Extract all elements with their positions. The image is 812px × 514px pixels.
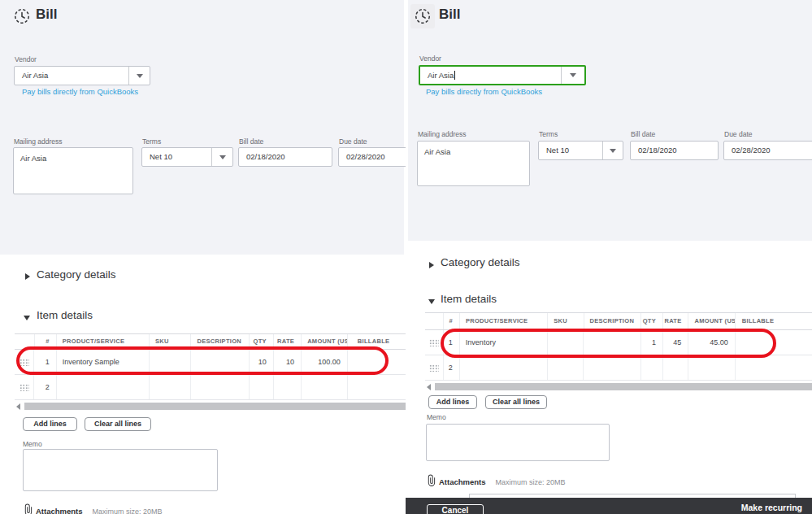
form-header-background [0, 0, 404, 255]
horizontal-scrollbar[interactable] [425, 382, 812, 391]
drag-handle[interactable] [15, 375, 34, 399]
attachments-hint: Maximum size: 20MB [496, 478, 566, 486]
col-header-sku: SKU [548, 313, 584, 329]
add-lines-button[interactable]: Add lines [428, 395, 477, 409]
memo-label: Memo [427, 413, 446, 421]
table-row[interactable]: 2 [425, 355, 812, 381]
mailing-address-textarea[interactable]: Air Asia [417, 141, 530, 186]
bill-clock-icon [13, 7, 31, 28]
terms-select[interactable]: Net 10 [538, 141, 623, 160]
cell-billable[interactable] [348, 375, 406, 399]
memo-label: Memo [23, 440, 42, 448]
highlight-oval [16, 346, 389, 375]
scrollbar-left-arrow-icon[interactable] [427, 384, 431, 390]
category-details-toggle[interactable]: Category details [441, 256, 520, 268]
col-header-description: DESCRIPTION [584, 313, 641, 329]
cell-amount[interactable] [302, 375, 348, 399]
table-row[interactable]: 2 [15, 375, 406, 400]
cell-sku[interactable] [150, 375, 192, 399]
due-date-value: 02/28/2020 [724, 142, 812, 159]
table-header-row: # PRODUCT/SERVICE SKU DESCRIPTION QTY RA… [425, 312, 812, 330]
mailing-address-value: Air Asia [14, 148, 132, 163]
vendor-input[interactable]: Air Asia [419, 65, 586, 85]
horizontal-scrollbar[interactable] [15, 402, 406, 411]
col-header-billable: BILLABLE [736, 313, 812, 329]
item-details-expanded-icon [428, 299, 435, 304]
bill-screenshot-left: Bill Vendor Air Asia Pay bills directly … [0, 0, 406, 514]
attachments-row[interactable]: Attachments Maximum size: 20MB [427, 474, 566, 490]
chevron-down-icon [219, 155, 226, 159]
cell-qty[interactable] [641, 355, 663, 380]
bill-date-value: 02/18/2020 [239, 148, 332, 165]
cell-description[interactable] [191, 375, 250, 399]
cell-number: 2 [34, 375, 56, 399]
attachments-hint: Maximum size: 20MB [93, 507, 163, 514]
category-details-toggle[interactable]: Category details [37, 268, 116, 281]
category-details-collapsed-icon [25, 273, 30, 280]
scrollbar-track[interactable] [435, 383, 812, 390]
item-details-toggle[interactable]: Item details [37, 309, 93, 321]
memo-textarea[interactable] [23, 449, 218, 491]
bill-date-input[interactable]: 02/18/2020 [630, 141, 719, 160]
vendor-dropdown-button[interactable] [561, 67, 584, 84]
category-details-collapsed-icon [429, 262, 434, 268]
paperclip-icon [427, 474, 436, 490]
highlight-oval [441, 329, 776, 358]
bill-screenshot-right: Bill Vendor Air Asia Pay bills directly … [406, 0, 812, 514]
vendor-value: Air Asia [428, 71, 454, 80]
col-header-qty: QTY [641, 313, 663, 329]
item-details-toggle[interactable]: Item details [441, 293, 497, 305]
cancel-button[interactable]: Cancel [427, 504, 484, 514]
cell-qty[interactable] [250, 375, 274, 399]
vendor-label: Vendor [419, 54, 441, 63]
due-date-label: Due date [724, 130, 753, 138]
due-date-input[interactable]: 02/28/2020 [338, 147, 406, 167]
cell-number: 2 [444, 355, 460, 380]
vendor-label: Vendor [15, 55, 37, 63]
drag-dots-icon [20, 384, 29, 391]
vendor-input[interactable]: Air Asia [14, 66, 150, 85]
terms-dropdown-button[interactable] [602, 142, 623, 159]
attachments-label: Attachments [36, 507, 83, 514]
chevron-down-icon [137, 74, 143, 78]
col-header-rate: RATE [663, 313, 688, 329]
cell-description[interactable] [584, 355, 640, 380]
cell-amount[interactable] [688, 355, 735, 380]
cell-billable[interactable] [736, 355, 812, 380]
page-title: Bill [439, 7, 460, 23]
due-date-input[interactable]: 02/28/2020 [723, 141, 812, 160]
mailing-address-textarea[interactable]: Air Asia [13, 147, 133, 194]
clear-all-lines-button[interactable]: Clear all lines [85, 417, 151, 431]
cell-rate[interactable] [663, 355, 688, 380]
bill-date-input[interactable]: 02/18/2020 [238, 147, 332, 167]
chevron-down-icon [610, 149, 616, 153]
text-caret [454, 71, 455, 80]
cell-product[interactable] [460, 355, 548, 380]
scrollbar-track[interactable] [24, 403, 406, 410]
cell-product[interactable] [57, 375, 150, 399]
vendor-dropdown-button[interactable] [128, 67, 150, 85]
terms-label: Terms [142, 137, 161, 146]
pay-bills-link[interactable]: Pay bills directly from QuickBooks [22, 87, 138, 96]
pay-bills-link[interactable]: Pay bills directly from QuickBooks [426, 87, 542, 96]
drag-handle[interactable] [425, 355, 444, 380]
cell-rate[interactable] [274, 375, 302, 399]
make-recurring-link[interactable]: Make recurring [741, 503, 802, 512]
due-date-value: 02/28/2020 [339, 148, 406, 165]
bill-date-label: Bill date [631, 130, 655, 138]
add-lines-button[interactable]: Add lines [23, 417, 77, 431]
bill-date-label: Bill date [239, 137, 263, 146]
attachments-row[interactable]: Attachments Maximum size: 20MB [24, 503, 163, 514]
drag-dots-icon [429, 339, 439, 346]
terms-dropdown-button[interactable] [211, 148, 232, 166]
form-header-background [408, 0, 812, 241]
col-header-number: # [444, 313, 460, 329]
bill-clock-icon [414, 7, 432, 28]
clear-all-lines-button[interactable]: Clear all lines [485, 395, 547, 409]
mailing-address-value: Air Asia [418, 142, 529, 156]
scrollbar-left-arrow-icon[interactable] [16, 403, 20, 410]
terms-select[interactable]: Net 10 [141, 147, 233, 167]
memo-textarea[interactable] [426, 424, 610, 461]
page-title: Bill [36, 7, 57, 23]
cell-sku[interactable] [548, 355, 584, 380]
